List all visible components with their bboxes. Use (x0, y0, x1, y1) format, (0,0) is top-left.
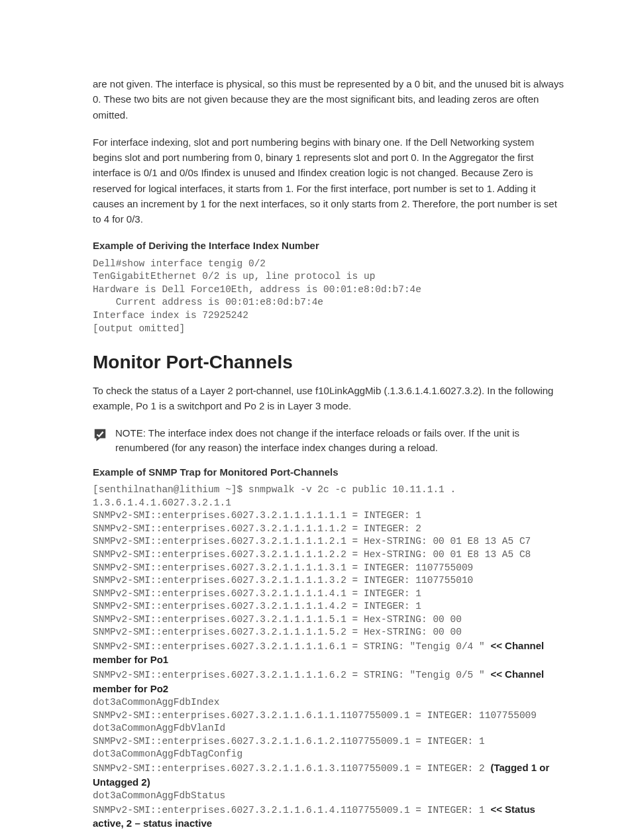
code-line: dot3aCommonAggFdbTagConfig (93, 749, 242, 759)
code-line: SNMPv2-SMI::enterprises.6027.3.2.1.1.6.1… (93, 736, 485, 747)
example2-code: [senthilnathan@lithium ~]$ snmpwalk -v 2… (93, 484, 566, 831)
code-line: dot3aCommonAggFdbStatus (93, 790, 225, 801)
note-text: NOTE: The interface index does not chang… (115, 426, 566, 456)
code-line: 1.3.6.1.4.1.6027.3.2.1.1 (93, 498, 231, 508)
example1-title: Example of Deriving the Interface Index … (93, 238, 566, 254)
code-line: SNMPv2-SMI::enterprises.6027.3.2.1.1.1.1… (93, 549, 531, 560)
code-line: dot3aCommonAggFdbVlanId (93, 723, 225, 733)
code-line: SNMPv2-SMI::enterprises.6027.3.2.1.1.1.1… (93, 588, 421, 599)
example1-code: Dell#show interface tengig 0/2 TenGigabi… (93, 258, 566, 335)
note-icon (93, 427, 107, 442)
code-line: SNMPv2-SMI::enterprises.6027.3.2.1.1.6.1… (93, 763, 490, 774)
intro-paragraph-2: For interface indexing, slot and port nu… (93, 134, 566, 227)
code-line: SNMPv2-SMI::enterprises.6027.3.2.1.1.1.1… (93, 627, 462, 637)
code-line: SNMPv2-SMI::enterprises.6027.3.2.1.1.1.1… (93, 575, 473, 586)
example2-title: Example of SNMP Trap for Monitored Port-… (93, 465, 566, 480)
code-line: SNMPv2-SMI::enterprises.6027.3.2.1.1.1.1… (93, 670, 490, 680)
code-line: dot3aCommonAggFdbIndex (93, 697, 219, 708)
note-body: The interface index does not change if t… (115, 427, 519, 454)
code-line: SNMPv2-SMI::enterprises.6027.3.2.1.1.1.1… (93, 536, 531, 547)
note-label: NOTE: (115, 427, 146, 439)
note-block: NOTE: The interface index does not chang… (93, 426, 566, 456)
code-line: SNMPv2-SMI::enterprises.6027.3.2.1.1.6.1… (93, 805, 490, 815)
intro-paragraph-1: are not given. The interface is physical… (93, 76, 566, 123)
code-line: SNMPv2-SMI::enterprises.6027.3.2.1.1.6.1… (93, 710, 537, 721)
code-line: SNMPv2-SMI::enterprises.6027.3.2.1.1.1.1… (93, 614, 462, 625)
code-line: SNMPv2-SMI::enterprises.6027.3.2.1.1.1.1… (93, 601, 421, 611)
code-line: SNMPv2-SMI::enterprises.6027.3.2.1.1.1.1… (93, 510, 421, 521)
code-line: SNMPv2-SMI::enterprises.6027.3.2.1.1.1.1… (93, 641, 490, 652)
code-line: SNMPv2-SMI::enterprises.6027.3.2.1.1.1.1… (93, 523, 421, 534)
code-line: SNMPv2-SMI::enterprises.6027.3.2.1.1.1.1… (93, 562, 473, 573)
section-body: To check the status of a Layer 2 port-ch… (93, 383, 566, 414)
code-line: [senthilnathan@lithium ~]$ snmpwalk -v 2… (93, 484, 456, 495)
page: are not given. The interface is physical… (0, 0, 632, 840)
section-title: Monitor Port-Channels (93, 348, 566, 376)
